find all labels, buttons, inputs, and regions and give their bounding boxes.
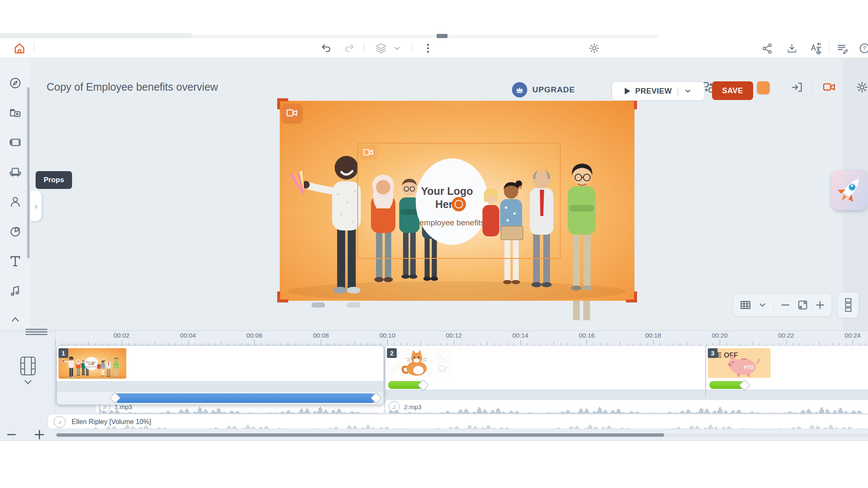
scene-1-block[interactable]: 1 — [56, 345, 384, 405]
header-divider-4 — [829, 42, 829, 53]
fit-screen-icon — [797, 299, 809, 311]
timeline-scrollbar-thumb[interactable] — [56, 433, 664, 437]
ruler-label: 00:08 — [313, 332, 329, 339]
redo-button[interactable] — [342, 42, 357, 55]
scene-2-block[interactable]: 2 — [385, 345, 706, 399]
timeline-zoom-in[interactable] — [34, 429, 45, 440]
ruler-label: 00:04 — [180, 332, 196, 339]
scene-2-subtrack[interactable] — [385, 390, 705, 399]
scene-1-subtrack[interactable] — [57, 381, 384, 392]
zoom-in-button[interactable] — [815, 300, 825, 310]
project-title[interactable]: Copy of Employee benefits overview — [47, 81, 218, 93]
assistant-rocket-button[interactable] — [832, 170, 868, 210]
download-button[interactable] — [784, 42, 799, 55]
translate-button[interactable] — [808, 42, 824, 55]
timeline-zoom-out[interactable] — [6, 429, 17, 440]
music-track[interactable]: ♪ Ellen Ripley [Volume 10%] — [47, 414, 868, 429]
waveform — [389, 407, 865, 413]
crown-icon — [512, 82, 527, 97]
undo-button[interactable] — [319, 42, 334, 55]
overflow-shoe-left — [312, 302, 325, 308]
chevron-right-icon: › — [35, 201, 38, 211]
gear-icon — [588, 42, 600, 54]
sidebar-item-charts[interactable] — [8, 225, 22, 238]
background-color-swatch[interactable] — [757, 81, 770, 94]
overflow-shoe-right — [347, 302, 360, 308]
camera-button[interactable] — [822, 80, 836, 94]
camera-frame-corner-bl[interactable] — [277, 291, 288, 302]
canvas-toolbar-divider-2 — [778, 82, 779, 92]
compass-icon — [9, 77, 22, 89]
overflow-leg-1 — [573, 301, 580, 320]
scene-3-subtrack[interactable] — [706, 390, 868, 399]
ruler-label: 00:24 — [845, 332, 861, 339]
scene-3-block[interactable]: 3 — [706, 345, 868, 399]
armchair-props-icon — [9, 166, 22, 178]
timeline-panel: 00:0200:0400:0600:0800:1000:1200:1400:16… — [0, 330, 868, 441]
library-sidebar — [0, 58, 31, 330]
header-divider-3 — [412, 42, 412, 53]
preview-dropdown-icon[interactable] — [684, 87, 692, 95]
camera-movement-bar[interactable] — [114, 394, 376, 403]
sidebar-scrollbar[interactable] — [27, 87, 30, 258]
zoom-out-button[interactable] — [780, 300, 790, 310]
redo-icon — [344, 43, 355, 54]
scene-camera-badge[interactable] — [282, 104, 302, 122]
fit-to-screen-button[interactable] — [797, 299, 809, 311]
timeline-view-dropdown[interactable] — [22, 378, 34, 386]
sidebar-item-props[interactable] — [8, 165, 22, 179]
panel-layout-button[interactable] — [837, 292, 859, 318]
sidebar-collapse-button[interactable] — [10, 315, 20, 324]
video-folder-icon — [9, 106, 22, 119]
camera-icon — [822, 80, 836, 94]
gear-icon — [856, 81, 868, 94]
sidebar-expand-tab[interactable]: › — [31, 191, 42, 221]
play-icon — [625, 88, 630, 94]
ruler-label: 00:02 — [114, 332, 130, 339]
sidebar-item-characters[interactable] — [8, 195, 22, 208]
save-button[interactable]: SAVE — [712, 81, 753, 100]
enter-exit-button[interactable] — [790, 80, 804, 94]
script-button[interactable] — [834, 42, 850, 55]
home-button[interactable] — [11, 40, 28, 57]
sidebar-item-explore[interactable] — [8, 76, 22, 90]
chart-pie-icon — [9, 225, 22, 238]
sidebar-item-text[interactable] — [8, 254, 22, 268]
filmstrip-icon — [9, 136, 22, 149]
preview-button[interactable]: PREVIEW | — [612, 81, 705, 101]
camera-frame-corner-br[interactable] — [626, 291, 637, 302]
chevron-down-icon — [758, 300, 767, 310]
grid-view-button[interactable] — [740, 299, 751, 311]
chevron-up-icon — [11, 316, 19, 322]
svg-text:?: ? — [863, 45, 866, 52]
selected-element-frame[interactable] — [357, 143, 561, 259]
element-camera-badge[interactable] — [360, 145, 377, 160]
home-icon — [13, 42, 26, 55]
settings-button[interactable] — [587, 42, 602, 55]
help-button[interactable]: ? — [857, 42, 868, 55]
more-menu-button[interactable] — [421, 41, 435, 56]
audio-clip-2[interactable]: ♫ 2.mp3 — [385, 399, 868, 414]
scene-1-thumbnail[interactable] — [58, 348, 126, 379]
timeline-view-button[interactable] — [19, 355, 37, 377]
minus-icon — [780, 300, 790, 310]
sidebar-item-audio[interactable] — [8, 284, 22, 297]
layers-button[interactable] — [372, 42, 390, 55]
ruler-label: 00:14 — [512, 332, 529, 339]
share-button[interactable] — [760, 42, 775, 55]
upgrade-button[interactable]: UPGRADE — [512, 82, 575, 97]
help-icon: ? — [859, 42, 868, 54]
sidebar-item-templates[interactable] — [8, 136, 22, 149]
scene-3-number-badge: 3 — [708, 348, 718, 358]
stacked-panels-icon — [843, 298, 853, 312]
translate-icon — [810, 42, 822, 55]
sidebar-item-my-videos[interactable] — [8, 106, 22, 119]
tab-remnant-left — [0, 33, 193, 38]
scene-settings-button[interactable] — [855, 80, 868, 94]
grid-dropdown[interactable] — [758, 300, 767, 310]
scene-2-number-badge: 2 — [387, 348, 397, 358]
character-icon — [9, 195, 22, 208]
layers-dropdown[interactable] — [391, 42, 403, 54]
scene-1-camera-row[interactable] — [57, 391, 384, 405]
camera-icon — [287, 108, 298, 118]
